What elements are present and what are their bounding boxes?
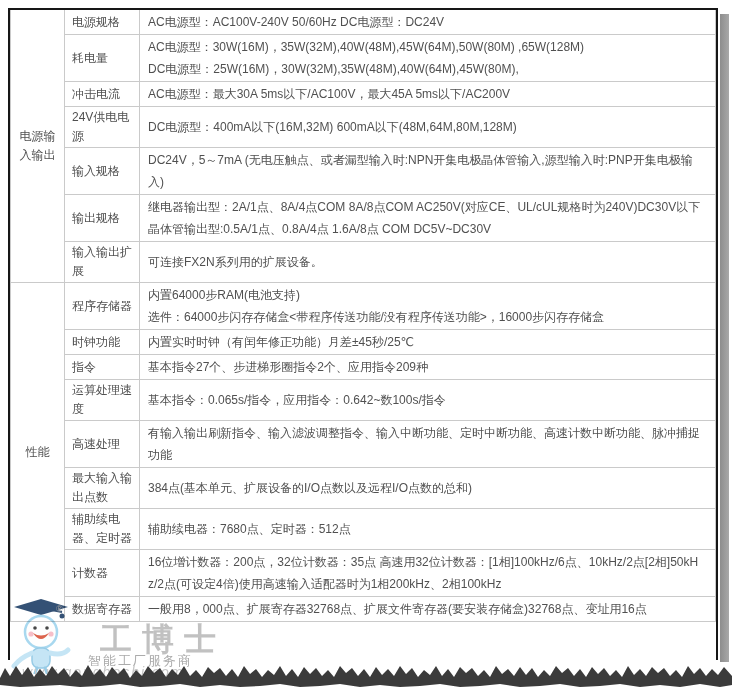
table-row: 指令基本指令27个、步进梯形圈指令2个、应用指令209种	[11, 355, 716, 380]
table-row: 电源输入输出电源规格AC电源型：AC100V-240V 50/60Hz DC电源…	[11, 10, 716, 35]
spec-value-cell: 内置64000步RAM(电池支持) 选件：64000步闪存存储盒<带程序传送功能…	[140, 283, 716, 330]
spec-label-cell: 辅助续电器、定时器	[65, 509, 140, 550]
screenshot-root: { "table": { "groups": [ { "header": "电源…	[0, 0, 732, 694]
table-row: 输出规格继电器输出型：2A/1点、8A/4点COM 8A/8点COM AC250…	[11, 195, 716, 242]
table-row: 冲击电流AC电源型：最大30A 5ms以下/AC100V，最大45A 5ms以下…	[11, 82, 716, 107]
spec-label-cell: 电源规格	[65, 10, 140, 35]
table-row: 高速处理有输入输出刷新指令、输入滤波调整指令、输入中断功能、定时中断功能、高速计…	[11, 421, 716, 468]
spec-page: 电源输入输出电源规格AC电源型：AC100V-240V 50/60Hz DC电源…	[8, 8, 718, 660]
spec-value-cell: DC24V，5～7mA (无电压触点、或者漏型输入时:NPN开集电极晶体管输入,…	[140, 148, 716, 195]
spec-label-cell: 输入输出扩展	[65, 242, 140, 283]
table-row: 24V供电电源DC电源型：400mA以下(16M,32M) 600mA以下(48…	[11, 107, 716, 148]
table-row: 输入输出扩展可连接FX2N系列用的扩展设备。	[11, 242, 716, 283]
spec-value-cell: AC电源型：AC100V-240V 50/60Hz DC电源型：DC24V	[140, 10, 716, 35]
spec-value-cell: 基本指令27个、步进梯形圈指令2个、应用指令209种	[140, 355, 716, 380]
spec-value-cell: DC电源型：400mA以下(16M,32M) 600mA以下(48M,64M,8…	[140, 107, 716, 148]
spec-value-cell: 基本指令：0.065s/指令，应用指令：0.642~数100s/指令	[140, 380, 716, 421]
spec-label-cell: 指令	[65, 355, 140, 380]
table-row: 辅助续电器、定时器辅助续电器：7680点、定时器：512点	[11, 509, 716, 550]
spec-value-cell: 有输入输出刷新指令、输入滤波调整指令、输入中断功能、定时中断功能、高速计数中断功…	[140, 421, 716, 468]
group-header: 性能	[11, 283, 65, 622]
spec-label-cell: 计数器	[65, 550, 140, 597]
spec-label-cell: 输入规格	[65, 148, 140, 195]
page-shadow	[720, 14, 729, 662]
spec-table-body: 电源输入输出电源规格AC电源型：AC100V-240V 50/60Hz DC电源…	[11, 10, 716, 622]
table-row: 耗电量AC电源型：30W(16M)，35W(32M),40W(48M),45W(…	[11, 35, 716, 82]
table-row: 输入规格DC24V，5～7mA (无电压触点、或者漏型输入时:NPN开集电极晶体…	[11, 148, 716, 195]
table-row: 计数器16位增计数器：200点，32位计数器：35点 高速用32位计数器：[1相…	[11, 550, 716, 597]
spec-value-cell: 内置实时时钟（有闰年修正功能）月差±45秒/25℃	[140, 330, 716, 355]
spec-label-cell: 输出规格	[65, 195, 140, 242]
spec-label-cell: 程序存储器	[65, 283, 140, 330]
spec-value-cell: 继电器输出型：2A/1点、8A/4点COM 8A/8点COM AC250V(对应…	[140, 195, 716, 242]
spec-label-cell: 时钟功能	[65, 330, 140, 355]
table-row: 运算处理速度基本指令：0.065s/指令，应用指令：0.642~数100s/指令	[11, 380, 716, 421]
spec-value-cell: 384点(基本单元、扩展设备的I/O点数以及远程I/O点数的总和)	[140, 468, 716, 509]
spec-value-cell: 一般用8，000点、扩展寄存器32768点、扩展文件寄存器(要安装存储盒)327…	[140, 597, 716, 622]
spec-value-cell: AC电源型：30W(16M)，35W(32M),40W(48M),45W(64M…	[140, 35, 716, 82]
spec-label-cell: 最大输入输出点数	[65, 468, 140, 509]
spec-label-cell: 24V供电电源	[65, 107, 140, 148]
spec-value-cell: AC电源型：最大30A 5ms以下/AC100V，最大45A 5ms以下/AC2…	[140, 82, 716, 107]
table-row: 性能程序存储器内置64000步RAM(电池支持) 选件：64000步闪存存储盒<…	[11, 283, 716, 330]
spec-label-cell: 高速处理	[65, 421, 140, 468]
spec-value-cell: 辅助续电器：7680点、定时器：512点	[140, 509, 716, 550]
spec-label-cell: 耗电量	[65, 35, 140, 82]
spec-value-cell: 可连接FX2N系列用的扩展设备。	[140, 242, 716, 283]
spec-table: 电源输入输出电源规格AC电源型：AC100V-240V 50/60Hz DC电源…	[10, 10, 716, 622]
table-row: 最大输入输出点数384点(基本单元、扩展设备的I/O点数以及远程I/O点数的总和…	[11, 468, 716, 509]
group-header: 电源输入输出	[11, 10, 65, 283]
spec-label-cell: 运算处理速度	[65, 380, 140, 421]
table-row: 时钟功能内置实时时钟（有闰年修正功能）月差±45秒/25℃	[11, 330, 716, 355]
spec-label-cell: 冲击电流	[65, 82, 140, 107]
table-row: 数据寄存器一般用8，000点、扩展寄存器32768点、扩展文件寄存器(要安装存储…	[11, 597, 716, 622]
torn-edge-decoration	[0, 660, 732, 694]
spec-label-cell: 数据寄存器	[65, 597, 140, 622]
spec-value-cell: 16位增计数器：200点，32位计数器：35点 高速用32位计数器：[1相]10…	[140, 550, 716, 597]
